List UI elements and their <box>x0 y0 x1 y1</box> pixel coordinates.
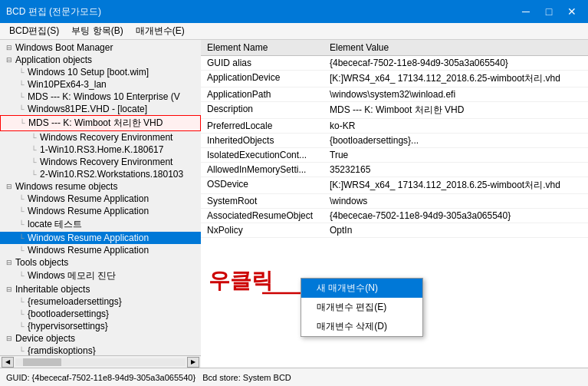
tree-item[interactable]: ⊟Windows resume objects <box>0 180 201 193</box>
menu-params[interactable]: 매개변수(E) <box>130 23 191 39</box>
tree-label: Windows Resume Application <box>28 245 152 256</box>
right-pane: Element Name Element Value GUID alias {4… <box>201 40 588 368</box>
tree-item[interactable]: ⊟Inheritable objects <box>0 283 201 295</box>
tree-pane[interactable]: ⊟Windows Boot Manager⊟Application object… <box>0 40 201 355</box>
table-row[interactable]: NxPolicy OptIn <box>201 223 588 238</box>
menu-bar: BCD편집(S) 부팅 항목(B) 매개변수(E) <box>0 23 588 40</box>
table-row[interactable]: Description MDS --- K: Wimboot 처리한 VHD <box>201 102 588 119</box>
tree-label: MDS --- K: Wimboot 처리한 VHD <box>28 117 166 130</box>
tree-label: Windows81PE.VHD - [locate] <box>28 104 150 114</box>
context-menu: 새 매개변수(N)매개변수 편집(E)매개변수 삭제(D) <box>301 278 423 337</box>
prop-name: Description <box>201 102 324 119</box>
minimize-button[interactable]: ─ <box>516 4 536 19</box>
tree-item[interactable]: └Windows Resume Application <box>0 244 201 256</box>
table-row[interactable]: AllowedInMemorySetti... 35232165 <box>201 163 588 177</box>
tree-expander[interactable]: ⊟ <box>3 44 15 51</box>
tree-expander: └ <box>15 322 28 331</box>
tree-item[interactable]: └Windows 10 Setup [boot.wim] <box>0 66 201 78</box>
tree-expander: └ <box>15 272 28 280</box>
menu-boot-items[interactable]: 부팅 항목(B) <box>65 23 129 39</box>
prop-value: [K:]WRS4_x64_ 17134.112_2018.6.25-wimboo… <box>324 71 588 87</box>
prop-name: InheritedObjects <box>201 134 324 148</box>
tree-item[interactable]: └{hypervisorsettings} <box>0 320 201 332</box>
scroll-track[interactable] <box>15 358 186 366</box>
tree-item[interactable]: ⊟Windows Boot Manager <box>0 41 201 54</box>
table-row[interactable]: GUID alias {4bececaf-7502-11e8-94d9-305a… <box>201 56 588 71</box>
scroll-right-arrow[interactable]: ▶ <box>187 357 199 368</box>
tree-item[interactable]: └Windows 메모리 진단 <box>0 269 201 283</box>
table-row[interactable]: ApplicationPath \windows\system32\winloa… <box>201 87 588 102</box>
tree-label: Windows Recovery Environment <box>40 132 176 143</box>
maximize-button[interactable]: □ <box>539 4 559 19</box>
tree-expander: └ <box>15 234 28 242</box>
tree-item[interactable]: └{resumeloadersettings} <box>0 295 201 308</box>
tree-label: Win10PEx64-3_lan <box>28 79 110 90</box>
tree-expander: └ <box>28 158 40 167</box>
tree-expander: └ <box>28 170 40 179</box>
tree-expander[interactable]: ⊟ <box>3 56 15 64</box>
tree-item[interactable]: ⊟Application objects <box>0 54 201 66</box>
context-menu-item-new-param[interactable]: 새 매개변수(N) <box>301 279 422 298</box>
tree-item[interactable]: └MDS --- K: Wimboot 처리한 VHD <box>0 115 201 131</box>
table-row[interactable]: PreferredLocale ko-KR <box>201 119 588 134</box>
tree-item[interactable]: └Windows Recovery Environment <box>0 156 201 168</box>
tree-expander[interactable]: ⊟ <box>3 335 15 342</box>
prop-name: IsolatedExecutionCont... <box>201 148 324 163</box>
prop-value: {4bececaf-7502-11e8-94d9-305a3a065540} <box>324 56 588 71</box>
tree-expander: └ <box>16 119 28 127</box>
tree-expander: └ <box>28 134 40 142</box>
tree-label: Windows 메모리 진단 <box>28 269 119 282</box>
status-bar: GUID: {4bececaf-7502-11e8-94d9-305a3a065… <box>0 368 588 386</box>
tree-item[interactable]: ⊟Device objects <box>0 332 201 345</box>
tree-expander: └ <box>15 347 28 355</box>
menu-bcd-edit[interactable]: BCD편집(S) <box>3 23 65 39</box>
title-bar: BCD 편집 (전문가모드) ─ □ ✕ <box>0 0 588 23</box>
tree-item[interactable]: └MDS --- K: Windows 10 Enterprise (V <box>0 91 201 103</box>
tree-item[interactable]: └{bootloadersettings} <box>0 308 201 320</box>
tree-expander: └ <box>15 298 28 306</box>
tree-expander[interactable]: ⊟ <box>3 285 15 293</box>
close-button[interactable]: ✕ <box>562 4 582 19</box>
prop-name: ApplicationDevice <box>201 71 324 87</box>
tree-label: MDS --- K: Windows 10 Enterprise (V <box>28 91 183 102</box>
tree-label: Inheritable objects <box>15 284 93 295</box>
table-row[interactable]: SystemRoot \windows <box>201 194 588 209</box>
tree-item[interactable]: └2-Win10.RS2.Workstations.180103 <box>0 168 201 180</box>
tree-item[interactable]: └Windows Resume Application <box>0 205 201 217</box>
prop-value: MDS --- K: Wimboot 처리한 VHD <box>324 102 588 119</box>
tree-item[interactable]: ⊟Tools objects <box>0 256 201 269</box>
tree-label: 1-Win10.RS3.Home.K.180617 <box>40 144 166 155</box>
context-menu-item-delete-param[interactable]: 매개변수 삭제(D) <box>301 317 422 336</box>
tree-item[interactable]: └Win10PEx64-3_lan <box>0 78 201 91</box>
context-menu-item-edit-param[interactable]: 매개변수 편집(E) <box>301 298 422 317</box>
tree-item[interactable]: └Windows Recovery Environment <box>0 131 201 144</box>
prop-value: {bootloadersettings}... <box>324 134 588 148</box>
annotation-text: 우클릭 <box>209 269 273 292</box>
prop-value: ko-KR <box>324 119 588 134</box>
tree-expander[interactable]: ⊟ <box>3 259 15 266</box>
prop-name: ApplicationPath <box>201 87 324 102</box>
tree-item[interactable]: └Windows81PE.VHD - [locate] <box>0 103 201 115</box>
tree-label: Windows Recovery Environment <box>40 157 176 167</box>
tree-expander: └ <box>15 207 28 216</box>
table-row[interactable]: OSDevice [K:]WRS4_x64_ 17134.112_2018.6.… <box>201 177 588 194</box>
prop-value: OptIn <box>324 223 588 238</box>
table-row[interactable]: InheritedObjects {bootloadersettings}... <box>201 134 588 148</box>
tree-expander[interactable]: ⊟ <box>3 183 15 190</box>
tree-label: {bootloadersettings} <box>28 308 112 319</box>
status-system-bcd: System BCD <box>243 373 291 382</box>
tree-expander: └ <box>15 68 28 77</box>
horizontal-scrollbar[interactable]: ◀ ▶ <box>0 355 201 368</box>
table-row[interactable]: AssociatedResumeObject {4bececae-7502-11… <box>201 209 588 223</box>
tree-label: Windows Resume Application <box>28 233 152 243</box>
table-row[interactable]: IsolatedExecutionCont... True <box>201 148 588 163</box>
tree-item[interactable]: └Windows Resume Application <box>0 193 201 205</box>
table-row[interactable]: ApplicationDevice [K:]WRS4_x64_ 17134.11… <box>201 71 588 87</box>
tree-item[interactable]: └{ramdiskoptions} <box>0 345 201 355</box>
tree-item[interactable]: └1-Win10.RS3.Home.K.180617 <box>0 144 201 156</box>
tree-item[interactable]: └Windows Resume Application <box>0 232 201 244</box>
scroll-left-arrow[interactable]: ◀ <box>2 357 14 368</box>
tree-item[interactable]: └locate 테스트 <box>0 217 201 232</box>
prop-value: {4bececae-7502-11e8-94d9-305a3a065540} <box>324 209 588 223</box>
col-header-name: Element Name <box>201 40 324 56</box>
